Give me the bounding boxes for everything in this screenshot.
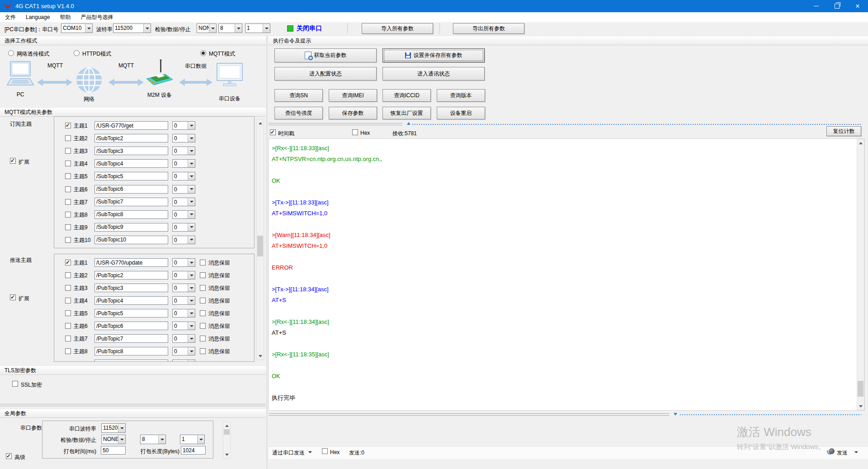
topic-checkbox[interactable] [65, 224, 71, 230]
scrollbar-thumb[interactable] [257, 236, 263, 256]
work-mode-radio-2[interactable] [200, 50, 206, 56]
close-serial-button[interactable]: 关闭串口 [297, 24, 322, 33]
advanced-checkbox[interactable] [6, 453, 12, 459]
topic-input[interactable] [94, 159, 168, 168]
chevron-down-icon[interactable] [143, 24, 151, 33]
retain-checkbox[interactable] [200, 323, 206, 329]
chevron-down-icon[interactable] [85, 24, 92, 33]
topic-input[interactable] [94, 185, 168, 194]
chevron-down-icon[interactable] [854, 451, 858, 453]
mqtt-panel-scrollbar[interactable] [256, 119, 264, 360]
global-panel-scrollbar[interactable] [223, 422, 231, 459]
topic-checkbox[interactable] [65, 135, 71, 141]
topic-checkbox[interactable] [65, 123, 71, 128]
scroll-down-icon[interactable] [257, 352, 264, 360]
import-params-button[interactable]: 导入所有参数 [362, 23, 433, 34]
send-via-serial-button[interactable]: 通过串口发送 [272, 449, 305, 457]
topic-input[interactable] [94, 258, 168, 267]
chevron-down-icon[interactable] [188, 297, 195, 304]
qos-select[interactable]: 0 [172, 185, 195, 194]
chevron-down-icon[interactable] [188, 271, 195, 279]
topic-input[interactable] [94, 347, 168, 355]
cmd-button-3[interactable]: 进入通讯状态 [382, 67, 485, 81]
chevron-down-icon[interactable] [188, 198, 195, 206]
log-tracker-top[interactable] [269, 123, 402, 125]
chevron-down-icon[interactable] [188, 309, 195, 317]
qos-select[interactable]: 0 [172, 121, 195, 130]
topic-checkbox[interactable] [65, 260, 71, 265]
scrollbar-thumb[interactable] [858, 381, 863, 397]
chevron-down-icon[interactable] [188, 322, 195, 330]
topic-checkbox[interactable] [65, 173, 71, 179]
chevron-down-icon[interactable] [197, 435, 204, 444]
chevron-down-icon[interactable] [188, 185, 195, 193]
topic-checkbox[interactable] [65, 336, 71, 341]
topic-checkbox[interactable] [65, 310, 71, 316]
chevron-down-icon[interactable] [188, 172, 195, 180]
restore-button[interactable] [826, 0, 847, 12]
cmd-button-7[interactable]: 查询版本 [437, 89, 485, 102]
topic-checkbox[interactable] [65, 148, 71, 154]
tracker-marker-icon[interactable] [674, 413, 677, 416]
cmd-button-0[interactable]: 获取当前参数 [274, 48, 377, 62]
work-mode-radio-0[interactable] [8, 50, 14, 56]
chevron-down-icon[interactable] [308, 451, 312, 453]
qos-select[interactable]: 0 [172, 159, 195, 168]
chevron-down-icon[interactable] [118, 424, 125, 432]
topic-checkbox[interactable] [65, 237, 71, 243]
qos-select[interactable]: 0 [172, 284, 195, 292]
scroll-up-icon[interactable] [857, 139, 864, 147]
topic-input[interactable] [94, 121, 168, 130]
qos-select[interactable]: 0 [172, 172, 195, 180]
cmd-button-9[interactable]: 保存参数 [329, 107, 377, 119]
topic-input[interactable] [94, 236, 168, 244]
subscribe-extend-checkbox[interactable] [10, 158, 16, 164]
topic-checkbox[interactable] [65, 298, 71, 303]
topic-input[interactable] [94, 223, 168, 232]
send-button[interactable]: 发送 [837, 449, 848, 457]
global-stopbits-select[interactable]: 1 [180, 435, 205, 444]
qos-select[interactable] [172, 360, 195, 362]
reset-counter-button[interactable]: 复位计数 [826, 126, 861, 136]
topic-input[interactable] [94, 147, 168, 155]
qos-select[interactable]: 0 [172, 271, 195, 280]
chevron-down-icon[interactable] [188, 223, 195, 231]
export-params-button[interactable]: 导出所有参数 [453, 23, 524, 34]
work-mode-radio-1[interactable] [74, 50, 80, 56]
chevron-down-icon[interactable] [188, 211, 195, 218]
publish-extend-checkbox[interactable] [10, 294, 16, 300]
scroll-down-icon[interactable] [223, 451, 230, 458]
topic-checkbox[interactable] [65, 161, 71, 166]
retain-checkbox[interactable] [200, 285, 206, 291]
qos-select[interactable]: 0 [172, 236, 195, 244]
qos-select[interactable]: 0 [172, 347, 195, 355]
tracker-marker-icon[interactable] [407, 122, 410, 125]
cmd-button-1[interactable]: 设置并保存所有参数 [382, 48, 485, 62]
qos-select[interactable]: 0 [172, 334, 195, 343]
qos-select[interactable]: 0 [172, 322, 195, 330]
chevron-down-icon[interactable] [158, 435, 165, 444]
ssl-checkbox[interactable] [12, 381, 18, 387]
topic-input[interactable] [94, 284, 168, 292]
menu-item-3[interactable]: 产品型号选择 [75, 12, 118, 22]
retain-checkbox[interactable] [200, 272, 206, 278]
topic-checkbox[interactable] [65, 212, 71, 218]
retain-checkbox[interactable] [200, 348, 206, 354]
topic-input[interactable] [94, 296, 168, 305]
chevron-down-icon[interactable] [188, 122, 195, 129]
chevron-down-icon[interactable] [188, 236, 195, 244]
topic-input[interactable] [94, 210, 168, 219]
topic-input[interactable] [94, 360, 168, 362]
parity-select[interactable]: NONI [197, 24, 217, 33]
log-scrollbar[interactable] [857, 139, 864, 410]
global-baud-select[interactable]: 115200 [101, 423, 126, 433]
menu-item-0[interactable]: 文件 [0, 12, 21, 22]
cmd-button-6[interactable]: 查询ICCID [382, 89, 431, 102]
minimize-button[interactable] [806, 0, 826, 12]
chevron-down-icon[interactable] [118, 435, 125, 444]
topic-checkbox[interactable] [65, 272, 71, 278]
qos-select[interactable]: 0 [172, 210, 195, 219]
com-port-select[interactable]: COM10 [61, 24, 93, 33]
topic-input[interactable] [94, 172, 168, 180]
global-parity-select[interactable]: NONE [101, 435, 126, 444]
